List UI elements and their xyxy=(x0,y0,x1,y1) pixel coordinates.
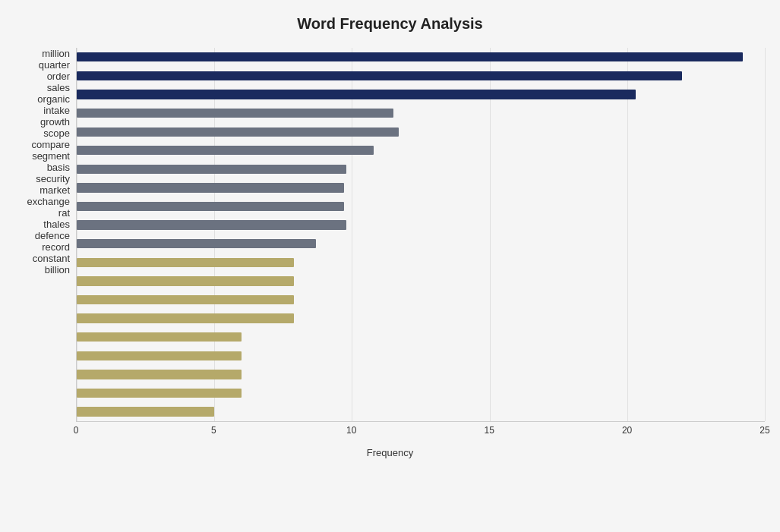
y-label: thales xyxy=(15,219,76,230)
y-label: compare xyxy=(15,139,76,150)
chart-title: Word Frequency Analysis xyxy=(15,15,765,33)
chart-container: Word Frequency Analysis millionquarteror… xyxy=(0,0,780,532)
x-tick-label: 25 xyxy=(759,425,769,436)
y-label: order xyxy=(15,71,76,82)
bar xyxy=(77,351,242,360)
y-label: security xyxy=(15,173,76,184)
bar xyxy=(77,183,344,192)
y-label: exchange xyxy=(15,196,76,207)
x-tick-label: 10 xyxy=(346,425,356,436)
bar xyxy=(77,313,294,323)
x-tick-label: 0 xyxy=(74,425,79,436)
bars-and-grid xyxy=(76,48,765,422)
y-label: sales xyxy=(15,82,76,93)
y-label: intake xyxy=(15,105,76,116)
bar-row xyxy=(77,235,765,253)
bar-row xyxy=(77,384,765,403)
bar-row xyxy=(77,328,765,347)
y-label: market xyxy=(15,184,76,196)
y-label: rat xyxy=(15,207,76,219)
bar xyxy=(77,71,682,80)
x-axis-title: Frequency xyxy=(15,447,765,458)
bar xyxy=(77,109,393,118)
bar-row xyxy=(77,216,765,235)
y-label: defence xyxy=(15,230,76,241)
y-label: million xyxy=(15,48,76,59)
grid-line xyxy=(765,48,766,421)
x-tick-label: 5 xyxy=(211,425,216,436)
y-label: organic xyxy=(15,93,76,105)
x-axis-spacer xyxy=(15,425,76,444)
bar xyxy=(77,239,316,248)
y-label: segment xyxy=(15,150,76,162)
y-label: billion xyxy=(15,264,76,275)
bar-row xyxy=(77,160,765,179)
y-label: record xyxy=(15,241,76,253)
bar xyxy=(77,220,346,229)
bar-row xyxy=(77,272,765,291)
bar-row xyxy=(77,197,765,216)
bar xyxy=(77,276,294,285)
bar-row xyxy=(77,48,765,67)
bar xyxy=(77,202,344,211)
bar xyxy=(77,295,294,304)
bar-row xyxy=(77,141,765,160)
bar-row xyxy=(77,85,765,104)
y-label: constant xyxy=(15,253,76,264)
chart-area: millionquarterordersalesorganicintakegro… xyxy=(15,48,765,458)
x-axis-labels: 0510152025 xyxy=(76,425,765,444)
bars-section: millionquarterordersalesorganicintakegro… xyxy=(15,48,765,422)
bar xyxy=(77,389,242,398)
y-label: basis xyxy=(15,162,76,173)
bar xyxy=(77,90,636,99)
bar xyxy=(77,52,743,61)
bar-row xyxy=(77,402,765,421)
y-label: quarter xyxy=(15,59,76,71)
bar xyxy=(77,258,294,267)
bar xyxy=(77,165,346,174)
bar-row xyxy=(77,104,765,123)
x-tick-label: 20 xyxy=(622,425,632,436)
bar-row xyxy=(77,365,765,384)
bar xyxy=(77,127,399,137)
y-labels: millionquarterordersalesorganicintakegro… xyxy=(15,48,76,422)
bar xyxy=(77,332,242,342)
bar xyxy=(77,146,374,155)
y-label: scope xyxy=(15,127,76,139)
bar-row xyxy=(77,178,765,197)
bar-row xyxy=(77,309,765,328)
bar xyxy=(77,370,242,379)
bar-row xyxy=(77,347,765,366)
x-axis-section: 0510152025 xyxy=(15,425,765,444)
bar xyxy=(77,407,214,416)
bar-row xyxy=(77,291,765,310)
bar-row xyxy=(77,67,765,86)
bar-row xyxy=(77,253,765,272)
bar-row xyxy=(77,122,765,141)
x-tick-label: 15 xyxy=(485,425,494,436)
y-label: growth xyxy=(15,116,76,127)
bars-wrapper xyxy=(77,48,765,421)
